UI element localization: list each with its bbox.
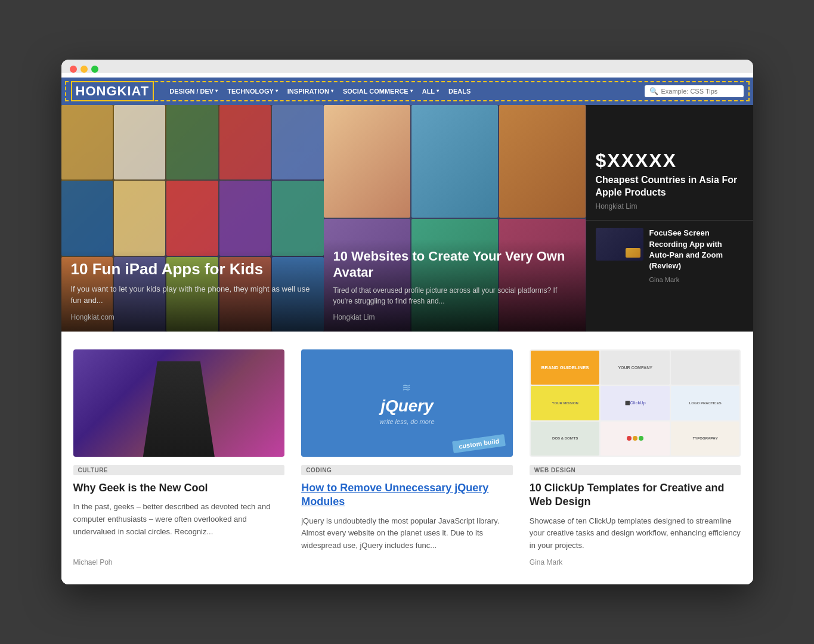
book-item [114, 181, 165, 255]
hero-right-top[interactable]: $XXXXX Cheapest Countries in Asia For Ap… [586, 105, 753, 221]
nav-link-design[interactable]: DESIGN / DEV ▾ [166, 85, 221, 97]
chevron-down-icon: ▾ [437, 88, 439, 94]
jquery-tagline: write less, do more [379, 418, 434, 425]
hero-left-author: Hongkiat.com [71, 313, 114, 321]
book-item [272, 105, 323, 179]
card-image-brand: BRAND GUIDELINES YOUR COMPANY YOUR MISSI… [530, 349, 741, 457]
hero-center-excerpt: Tired of that overused profile picture a… [333, 285, 577, 306]
jquery-logo-text: jQuery [380, 397, 434, 416]
card-tag-jquery: CODING [301, 465, 513, 475]
card-title-brand: 10 ClickUp Templates for Creative and We… [530, 481, 741, 509]
nav-link-technology[interactable]: TECHNOLOGY ▾ [224, 85, 281, 97]
dot-maximize[interactable] [91, 66, 98, 73]
card-title-culture: Why Geek is the New Cool [73, 481, 285, 495]
hero-center[interactable]: 10 Websites to Create Your Very Own Avat… [324, 105, 586, 332]
nav-link-all[interactable]: ALL ▾ [419, 85, 442, 97]
hero-right-bottom-author: Gina Mark [649, 276, 680, 283]
browser-chrome [61, 60, 753, 73]
hero-right-top-title: Cheapest Countries in Asia For Apple Pro… [596, 174, 744, 199]
book-item [61, 181, 113, 255]
card-excerpt-brand: Showcase of ten ClickUp templates design… [530, 515, 741, 552]
brand-cell-mission: YOUR MISSION [531, 386, 600, 420]
brand-cell-dos-donts: DOS & DON'TS [531, 422, 600, 456]
nav-link-social[interactable]: SOCIAL COMMERCE ▾ [339, 85, 416, 97]
chevron-down-icon: ▾ [215, 88, 218, 94]
book-item [114, 105, 165, 179]
brand-cell-company: YOUR COMPANY [601, 351, 670, 385]
card-author-culture: Michael Poh [73, 558, 285, 566]
card-culture: CULTURE Why Geek is the New Cool In the … [73, 349, 285, 566]
avatar-item [324, 105, 410, 218]
hero-left-title: 10 Fun iPad Apps for Kids [71, 260, 314, 278]
screen-recording-thumbnail [596, 228, 643, 261]
jquery-logo-group: ≋ jQuery write less, do more [379, 381, 434, 425]
hero-right-bottom[interactable]: FocuSee Screen Recording App with Auto-P… [586, 221, 753, 332]
chevron-down-icon: ▾ [276, 88, 278, 94]
brand-cell-logo-practices: LOGO PRACTICES [671, 386, 740, 420]
search-icon: 🔍 [649, 87, 658, 95]
hero-left[interactable]: 10 Fun iPad Apps for Kids If you want to… [61, 105, 324, 332]
browser-content: HONGKIAT DESIGN / DEV ▾ TECHNOLOGY ▾ INS… [61, 78, 753, 584]
card-image-jquery: ≋ jQuery write less, do more custom buil… [301, 349, 513, 457]
hero-right-bottom-text: FocuSee Screen Recording App with Auto-P… [649, 228, 744, 284]
brand-cell-guidelines: BRAND GUIDELINES [531, 351, 600, 385]
card-brand: BRAND GUIDELINES YOUR COMPANY YOUR MISSI… [530, 349, 741, 566]
chevron-down-icon: ▾ [331, 88, 333, 94]
card-tag-brand: WEB DESIGN [530, 465, 741, 475]
hero-section: 10 Fun iPad Apps for Kids If you want to… [61, 105, 753, 332]
avatar-item [499, 105, 586, 218]
book-item [61, 105, 113, 179]
dot-close[interactable] [70, 66, 77, 73]
card-excerpt-culture: In the past, geeks – better described as… [73, 501, 285, 552]
card-jquery: ≋ jQuery write less, do more custom buil… [301, 349, 513, 566]
avatar-item [411, 105, 498, 218]
browser-dots [70, 66, 745, 73]
card-tag-culture: CULTURE [73, 465, 285, 475]
hero-right: $XXXXX Cheapest Countries in Asia For Ap… [586, 105, 753, 332]
site-logo[interactable]: HONGKIAT [71, 81, 154, 101]
brand-cell-colors [601, 422, 670, 456]
hero-left-excerpt: If you want to let your kids play with t… [71, 283, 314, 306]
brand-cell-typography: TYPOGRAPHY [671, 422, 740, 456]
search-input[interactable] [661, 88, 739, 95]
brand-cell-empty1 [671, 351, 740, 385]
jquery-waves: ≋ [402, 381, 412, 394]
hero-center-author: Hongkiat Lim [333, 313, 375, 321]
card-title-jquery[interactable]: How to Remove Unnecessary jQuery Modules [301, 481, 513, 509]
hero-center-title: 10 Websites to Create Your Very Own Avat… [333, 249, 577, 280]
nav-link-deals[interactable]: DEALS [445, 85, 474, 97]
nav-links: DESIGN / DEV ▾ TECHNOLOGY ▾ INSPIRATION … [166, 85, 644, 97]
book-item [219, 105, 271, 179]
browser-window: HONGKIAT DESIGN / DEV ▾ TECHNOLOGY ▾ INS… [61, 60, 753, 584]
hero-left-overlay: 10 Fun iPad Apps for Kids If you want to… [61, 250, 324, 332]
culture-person-figure [143, 361, 215, 457]
cards-section: CULTURE Why Geek is the New Cool In the … [61, 332, 753, 584]
jquery-custom-badge: custom build [452, 434, 506, 453]
hero-right-bottom-title: FocuSee Screen Recording App with Auto-P… [649, 228, 744, 271]
nav-link-inspiration[interactable]: INSPIRATION ▾ [284, 85, 337, 97]
hero-right-top-author: Hongkiat Lim [596, 202, 744, 210]
hero-center-overlay: 10 Websites to Create Your Very Own Avat… [324, 239, 586, 332]
book-item [166, 105, 218, 179]
chevron-down-icon: ▾ [410, 88, 413, 94]
book-item [272, 181, 323, 255]
card-author-brand: Gina Mark [530, 558, 741, 566]
card-image-culture [73, 349, 285, 457]
search-box[interactable]: 🔍 [645, 85, 744, 97]
brand-cell-logo: ⬛ClickUp [601, 386, 670, 420]
card-excerpt-jquery: jQuery is undoubtedly the most popular J… [301, 515, 513, 561]
book-item [166, 181, 218, 255]
nav-bar: HONGKIAT DESIGN / DEV ▾ TECHNOLOGY ▾ INS… [61, 78, 753, 105]
dot-minimize[interactable] [81, 66, 88, 73]
book-item [219, 181, 271, 255]
price-display: $XXXXX [596, 150, 744, 172]
